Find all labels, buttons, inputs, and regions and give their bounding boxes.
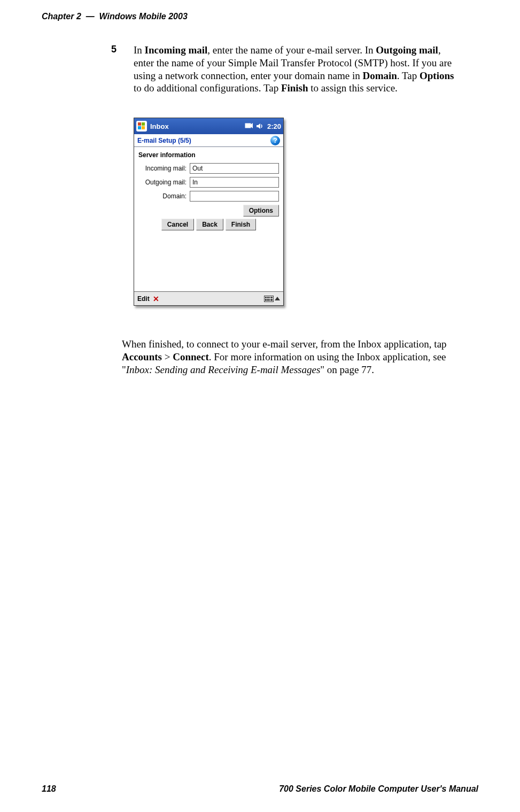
volume-icon[interactable] <box>255 122 264 130</box>
chapter-label: Chapter 2 <box>42 12 81 21</box>
titlebar: Inbox 2:20 <box>134 118 283 134</box>
keyboard-icon[interactable] <box>264 296 274 302</box>
options-row: Options <box>138 205 279 216</box>
app-title: Inbox <box>150 122 169 130</box>
step-number: 5 <box>111 44 117 55</box>
form-area: Server information Incoming mail: Outgoi… <box>134 147 283 291</box>
sub-titlebar: E-mail Setup (5/5) ? <box>134 134 283 147</box>
options-button[interactable]: Options <box>243 205 279 216</box>
blank-area <box>138 230 279 289</box>
running-footer: 118 700 Series Color Mobile Computer Use… <box>42 784 478 794</box>
bottom-bar: Edit ✕ <box>134 291 283 305</box>
cancel-button[interactable]: Cancel <box>161 219 194 230</box>
step-block: 5 In Incoming mail, enter the name of yo… <box>122 44 462 95</box>
incoming-row: Incoming mail: <box>138 163 279 174</box>
running-header: Chapter 2 — Windows Mobile 2003 <box>42 12 478 21</box>
section-title: Server information <box>138 151 279 159</box>
nav-button-row: Cancel Back Finish <box>138 219 279 230</box>
edit-menu[interactable]: Edit <box>137 295 150 303</box>
wizard-title: E-mail Setup (5/5) <box>137 137 191 144</box>
step-paragraph: In Incoming mail, enter the name of your… <box>134 44 462 95</box>
outgoing-label: Outgoing mail: <box>138 179 187 186</box>
back-button[interactable]: Back <box>196 219 223 230</box>
clock[interactable]: 2:20 <box>267 122 281 130</box>
start-icon[interactable] <box>136 121 147 132</box>
chapter-title: Windows Mobile 2003 <box>99 12 188 21</box>
outgoing-input[interactable] <box>190 177 279 188</box>
embedded-screenshot: Inbox 2:20 E-mail Setup (5/5) ? Server i… <box>134 118 284 306</box>
finish-button[interactable]: Finish <box>226 219 256 230</box>
closing-paragraph: When finished, to connect to your e-mail… <box>122 338 462 376</box>
outgoing-row: Outgoing mail: <box>138 177 279 188</box>
em-dash: — <box>86 12 95 21</box>
sip-up-icon[interactable] <box>275 297 280 300</box>
closing-block: When finished, to connect to your e-mail… <box>122 338 462 376</box>
windows-logo-icon <box>138 122 145 130</box>
svg-rect-0 <box>138 122 141 126</box>
svg-rect-4 <box>245 123 251 128</box>
manual-title: 700 Series Color Mobile Computer User's … <box>279 784 478 794</box>
svg-rect-3 <box>142 126 145 129</box>
domain-row: Domain: <box>138 191 279 202</box>
delete-icon[interactable]: ✕ <box>153 295 159 303</box>
svg-rect-2 <box>138 126 141 129</box>
help-icon[interactable]: ? <box>270 136 280 145</box>
connectivity-icon[interactable] <box>245 122 253 130</box>
incoming-input[interactable] <box>190 163 279 174</box>
page-number: 118 <box>42 784 56 794</box>
svg-rect-1 <box>142 122 145 126</box>
domain-label: Domain: <box>138 192 187 200</box>
incoming-label: Incoming mail: <box>138 165 187 172</box>
domain-input[interactable] <box>190 191 279 202</box>
